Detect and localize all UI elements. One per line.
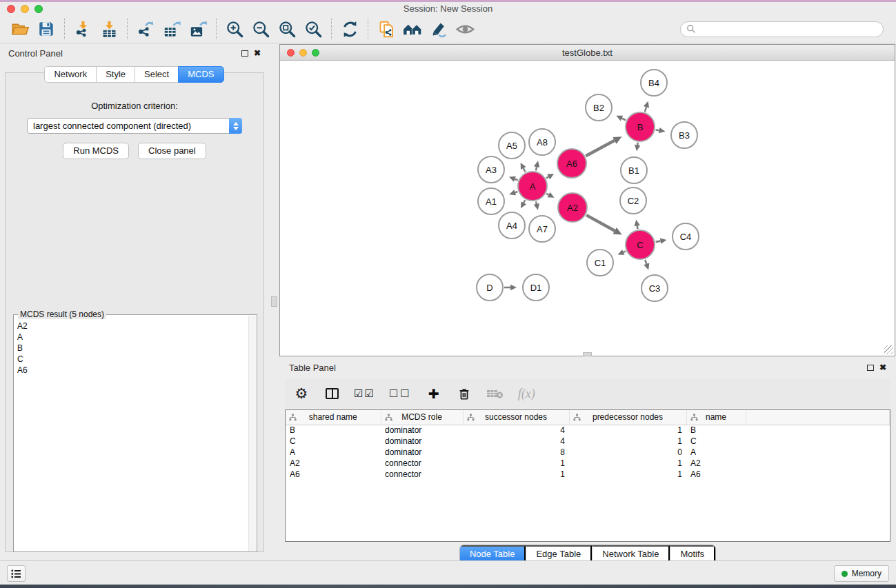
graph-node-A6[interactable]: A6 xyxy=(557,148,587,179)
table-cell[interactable]: A6 xyxy=(686,469,746,480)
vertical-splitter-grip[interactable] xyxy=(271,296,277,307)
network-window-titlebar[interactable]: testGlobe.txt xyxy=(280,45,895,61)
graph-edge-A-A5[interactable] xyxy=(524,168,526,172)
export-table-button[interactable] xyxy=(159,17,185,41)
graph-node-A2[interactable]: A2 xyxy=(557,192,588,223)
table-cell[interactable]: A xyxy=(286,447,381,458)
graph-edge-C-C2[interactable] xyxy=(637,226,638,230)
tab-mcds[interactable]: MCDS xyxy=(178,66,223,83)
graph-edge-B-B3[interactable] xyxy=(656,130,659,130)
save-session-button[interactable] xyxy=(33,17,59,41)
table-cell[interactable]: A xyxy=(686,447,746,458)
graph-edge-A-A6[interactable] xyxy=(546,177,548,179)
zoom-fit-button[interactable] xyxy=(274,17,300,41)
graph-edge-A-A1[interactable] xyxy=(515,192,518,192)
horizontal-splitter-grip[interactable] xyxy=(583,352,592,356)
graph-node-A5[interactable]: A5 xyxy=(498,132,526,159)
column-header[interactable]: name xyxy=(686,410,746,425)
graph-edge-C-C4[interactable] xyxy=(656,241,661,242)
table-cell[interactable]: 0 xyxy=(569,447,686,458)
table-cell[interactable]: 8 xyxy=(463,447,569,458)
column-header[interactable]: successor nodes xyxy=(463,410,569,425)
table-cell[interactable]: connector xyxy=(381,469,463,480)
table-cell[interactable]: C xyxy=(286,436,381,447)
table-cell[interactable]: dominator xyxy=(381,436,463,447)
table-cell[interactable]: B xyxy=(286,425,381,436)
float-table-panel-icon[interactable] xyxy=(867,365,874,371)
table-cell[interactable]: 1 xyxy=(569,436,686,447)
graph-node-B4[interactable]: B4 xyxy=(640,69,668,97)
network-canvas[interactable]: AA1A2A3A4A5A6A7A8BB1B2B3B4CC1C2C3C4DD1 xyxy=(280,61,895,356)
graph-node-D[interactable]: D xyxy=(476,274,504,301)
column-visibility-button[interactable] xyxy=(323,383,340,404)
close-panel-button[interactable]: Close panel xyxy=(138,143,206,159)
table-row[interactable]: Bdominator41B xyxy=(286,425,890,436)
table-cell[interactable]: 1 xyxy=(569,425,686,436)
open-file-button[interactable] xyxy=(7,17,33,41)
column-header[interactable]: shared name xyxy=(286,410,381,425)
float-panel-icon[interactable] xyxy=(241,50,248,57)
graph-node-C4[interactable]: C4 xyxy=(672,223,699,250)
task-history-button[interactable] xyxy=(7,565,26,582)
graph-edge-B-B2[interactable] xyxy=(622,119,626,121)
import-table-button[interactable] xyxy=(96,17,122,41)
add-column-button[interactable]: ✚ xyxy=(426,383,442,404)
window-resize-grip[interactable] xyxy=(884,345,893,354)
hide-selected-button[interactable] xyxy=(426,17,452,41)
graph-node-A4[interactable]: A4 xyxy=(498,212,526,239)
table-row[interactable]: A6connector11A6 xyxy=(286,469,890,480)
table-cell[interactable]: 1 xyxy=(569,469,686,480)
graph-node-B[interactable]: B xyxy=(625,112,655,142)
graph-edge-A2-C[interactable] xyxy=(586,215,615,231)
optimization-select[interactable]: largest connected component (directed) xyxy=(27,118,242,134)
graph-edge-A6-B[interactable] xyxy=(586,141,615,156)
close-panel-icon[interactable]: ✖ xyxy=(254,50,261,57)
graph-edge-A-A3[interactable] xyxy=(515,179,517,181)
search-box[interactable] xyxy=(680,21,884,37)
memory-button[interactable]: Memory xyxy=(834,565,889,582)
graph-node-B3[interactable]: B3 xyxy=(670,121,698,149)
graph-node-A[interactable]: A xyxy=(517,171,548,201)
table-cell[interactable]: connector xyxy=(381,458,463,469)
table-cell[interactable]: A6 xyxy=(286,469,381,480)
zoom-in-button[interactable] xyxy=(221,17,248,41)
show-all-button[interactable] xyxy=(452,17,478,41)
close-table-panel-icon[interactable]: ✖ xyxy=(879,364,886,371)
graph-edge-B-B4[interactable] xyxy=(645,107,646,112)
function-builder-button[interactable]: f(x) xyxy=(518,383,535,404)
table-cell[interactable]: A2 xyxy=(686,458,746,469)
graph-node-A7[interactable]: A7 xyxy=(528,215,556,243)
zoom-out-button[interactable] xyxy=(248,17,274,41)
result-scrollbar[interactable] xyxy=(248,316,256,551)
result-item[interactable]: B xyxy=(17,343,254,354)
graph-edge-A-A4[interactable] xyxy=(524,200,525,203)
result-item[interactable]: A2 xyxy=(17,321,254,332)
table-row[interactable]: A2connector11A2 xyxy=(286,458,890,469)
export-network-button[interactable] xyxy=(132,17,159,41)
graph-node-A3[interactable]: A3 xyxy=(477,156,505,183)
result-item[interactable]: A xyxy=(17,332,254,343)
table-cell[interactable]: dominator xyxy=(381,447,463,458)
delete-table-button[interactable] xyxy=(486,383,504,404)
clone-network-button[interactable] xyxy=(373,17,399,41)
graph-node-C[interactable]: C xyxy=(625,230,655,260)
column-header[interactable]: predecessor nodes xyxy=(569,410,686,425)
import-network-button[interactable] xyxy=(70,17,96,41)
graph-node-B2[interactable]: B2 xyxy=(585,94,613,121)
graph-edge-A-A7[interactable] xyxy=(536,201,537,203)
table-cell[interactable]: 1 xyxy=(569,458,686,469)
graph-edge-A-A2[interactable] xyxy=(546,194,548,195)
graph-node-A8[interactable]: A8 xyxy=(528,128,556,156)
table-cell[interactable]: 1 xyxy=(463,458,569,469)
zoom-selected-button[interactable] xyxy=(300,17,326,41)
column-header[interactable]: MCDS role xyxy=(381,410,463,425)
result-item[interactable]: A6 xyxy=(17,365,254,376)
graph-node-C1[interactable]: C1 xyxy=(586,249,614,276)
table-cell[interactable]: dominator xyxy=(381,425,463,436)
table-row[interactable]: Cdominator41C xyxy=(286,436,890,447)
tab-style[interactable]: Style xyxy=(96,66,135,83)
first-neighbors-button[interactable] xyxy=(399,17,426,41)
delete-column-button[interactable] xyxy=(456,383,472,404)
graph-node-C3[interactable]: C3 xyxy=(641,274,668,302)
run-mcds-button[interactable]: Run MCDS xyxy=(63,143,129,159)
